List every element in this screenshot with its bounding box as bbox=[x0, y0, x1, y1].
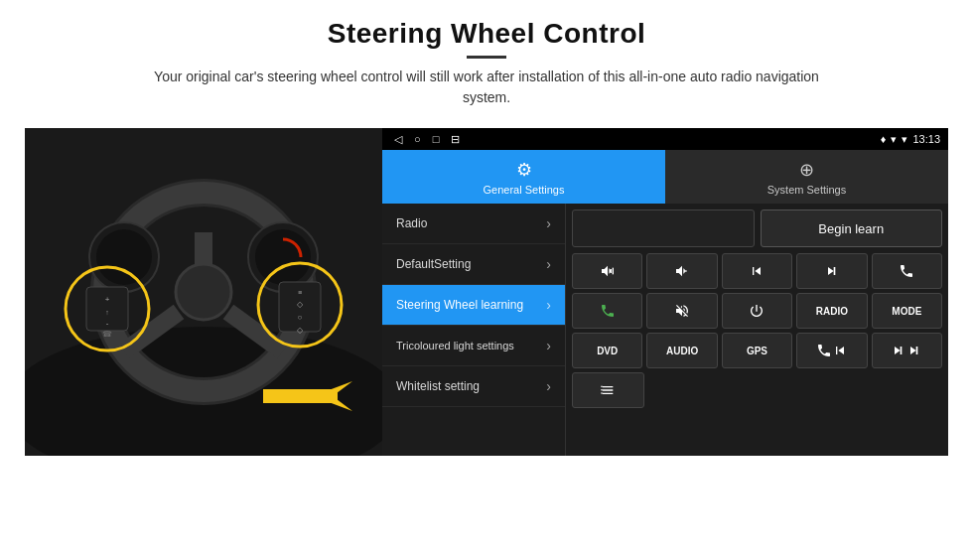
chevron-whitelist: › bbox=[546, 378, 551, 394]
svg-text:≡: ≡ bbox=[298, 289, 302, 296]
prev-track-button[interactable] bbox=[722, 253, 792, 289]
chevron-default: › bbox=[546, 256, 551, 272]
tab-general[interactable]: ⚙ General Settings bbox=[382, 150, 665, 204]
car-image-container: + ↑ - ☎ ≡ ◇ ○ ◇ bbox=[25, 128, 382, 456]
status-bar-right: ♦ ▾ ▾ 13:13 bbox=[881, 133, 940, 146]
car-image: + ↑ - ☎ ≡ ◇ ○ ◇ bbox=[25, 128, 382, 456]
status-bar: ◁ ○ □ ⊟ ♦ ▾ ▾ 13:13 bbox=[382, 128, 948, 150]
vol-up-button[interactable] bbox=[572, 253, 642, 289]
control-panel: Begin learn bbox=[566, 204, 948, 456]
page-wrapper: Steering Wheel Control Your original car… bbox=[0, 0, 973, 560]
svg-point-4 bbox=[176, 264, 231, 320]
content-area: + ↑ - ☎ ≡ ◇ ○ ◇ bbox=[25, 128, 948, 456]
nav-home[interactable]: ○ bbox=[414, 133, 421, 146]
svg-point-11 bbox=[255, 229, 311, 285]
chevron-radio: › bbox=[546, 215, 551, 231]
location-icon: ♦ bbox=[881, 133, 887, 145]
svg-text:+: + bbox=[105, 295, 110, 304]
answer-button[interactable] bbox=[572, 293, 642, 329]
vol-down-button[interactable] bbox=[646, 253, 717, 289]
page-title: Steering Wheel Control bbox=[139, 18, 834, 50]
svg-rect-31 bbox=[602, 392, 603, 393]
svg-text:◇: ◇ bbox=[297, 300, 304, 309]
svg-text:○: ○ bbox=[298, 313, 303, 322]
next-track-button[interactable] bbox=[796, 253, 867, 289]
system-icon: ⊕ bbox=[799, 159, 814, 181]
menu-item-steering[interactable]: Steering Wheel learning › bbox=[382, 285, 565, 326]
control-row-4 bbox=[572, 372, 942, 408]
svg-rect-28 bbox=[685, 270, 687, 271]
empty-input-box bbox=[572, 210, 755, 247]
svg-point-10 bbox=[96, 229, 152, 285]
list-button[interactable] bbox=[572, 372, 644, 408]
tab-system-label: System Settings bbox=[767, 184, 846, 196]
menu-panel: Radio › DefaultSetting › Steering Wheel … bbox=[382, 204, 566, 456]
mute-button[interactable] bbox=[646, 293, 717, 329]
title-divider bbox=[467, 56, 506, 59]
svg-rect-26 bbox=[610, 269, 611, 273]
top-row: Begin learn bbox=[572, 210, 942, 247]
tab-general-label: General Settings bbox=[484, 184, 565, 196]
chevron-steering: › bbox=[546, 297, 551, 313]
menu-item-default[interactable]: DefaultSetting › bbox=[382, 244, 565, 285]
control-row-2: RADIO MODE bbox=[572, 293, 942, 329]
svg-rect-25 bbox=[263, 389, 338, 403]
nav-back[interactable]: ◁ bbox=[394, 133, 402, 146]
chevron-tricoloured: › bbox=[546, 338, 551, 353]
title-section: Steering Wheel Control Your original car… bbox=[139, 18, 834, 122]
signal-bars: ▾ bbox=[891, 133, 897, 146]
skip-fwd-button[interactable] bbox=[872, 333, 942, 368]
menu-item-tricoloured[interactable]: Tricoloured light settings › bbox=[382, 326, 565, 366]
audio-button[interactable]: AUDIO bbox=[646, 333, 717, 368]
svg-text:◇: ◇ bbox=[297, 326, 304, 335]
status-bar-left: ◁ ○ □ ⊟ bbox=[390, 133, 876, 146]
svg-rect-30 bbox=[602, 389, 603, 390]
nav-extra[interactable]: ⊟ bbox=[451, 133, 460, 146]
menu-item-whitelist[interactable]: Whitelist setting › bbox=[382, 366, 565, 407]
svg-text:-: - bbox=[106, 319, 109, 328]
mode-button[interactable]: MODE bbox=[872, 293, 942, 329]
tab-bar: ⚙ General Settings ⊕ System Settings bbox=[382, 150, 948, 204]
phone-button[interactable] bbox=[872, 253, 942, 289]
tab-system[interactable]: ⊕ System Settings bbox=[665, 150, 948, 204]
nav-recent[interactable]: □ bbox=[433, 133, 440, 146]
dvd-button[interactable]: DVD bbox=[572, 333, 642, 368]
begin-learn-button[interactable]: Begin learn bbox=[761, 210, 943, 247]
page-subtitle: Your original car's steering wheel contr… bbox=[139, 67, 834, 108]
menu-item-radio[interactable]: Radio › bbox=[382, 204, 565, 244]
control-row-1 bbox=[572, 253, 942, 289]
control-row-3: DVD AUDIO GPS bbox=[572, 333, 942, 368]
svg-rect-29 bbox=[602, 386, 603, 387]
svg-rect-27 bbox=[612, 268, 613, 275]
radio-label-button[interactable]: RADIO bbox=[796, 293, 867, 329]
svg-text:☎: ☎ bbox=[102, 330, 112, 339]
time-display: 13:13 bbox=[912, 133, 940, 145]
power-button[interactable] bbox=[722, 293, 792, 329]
phone-prev-button[interactable] bbox=[796, 333, 867, 368]
gear-icon: ⚙ bbox=[516, 159, 532, 181]
main-content: Radio › DefaultSetting › Steering Wheel … bbox=[382, 204, 948, 456]
car-svg: + ↑ - ☎ ≡ ◇ ○ ◇ bbox=[25, 128, 382, 456]
wifi-icon: ▾ bbox=[902, 133, 907, 146]
gps-button[interactable]: GPS bbox=[722, 333, 792, 368]
android-panel: ◁ ○ □ ⊟ ♦ ▾ ▾ 13:13 ⚙ General Settings bbox=[382, 128, 948, 456]
svg-text:↑: ↑ bbox=[105, 309, 109, 316]
